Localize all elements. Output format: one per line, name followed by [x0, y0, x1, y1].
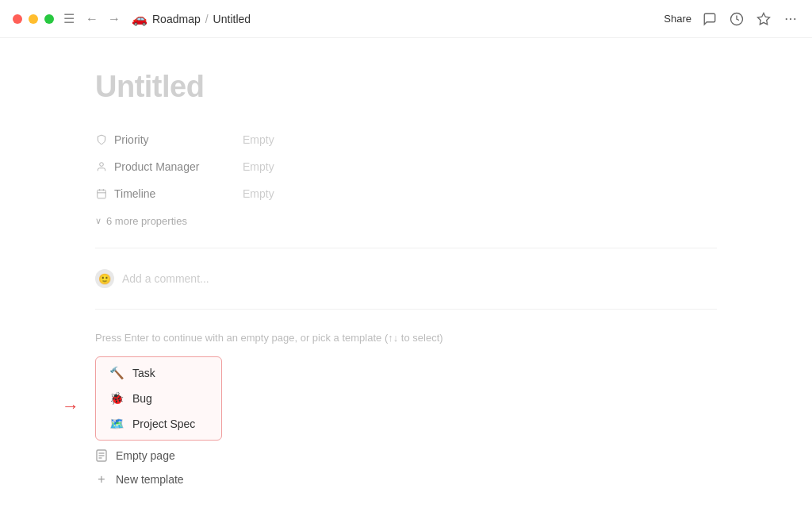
bug-label: Bug: [132, 392, 152, 405]
empty-page-icon: [95, 449, 108, 462]
divider-2: [95, 309, 717, 310]
empty-page-label: Empty page: [116, 449, 175, 462]
product-manager-value[interactable]: Empty: [243, 160, 274, 173]
template-item-bug[interactable]: 🐞 Bug: [96, 386, 221, 411]
minimize-button[interactable]: [29, 14, 38, 24]
main-content: Untitled Priority Empty: [0, 38, 812, 508]
page-title[interactable]: Untitled: [95, 70, 717, 104]
titlebar-actions: Share: [664, 10, 799, 28]
task-emoji: 🔨: [109, 366, 124, 380]
person-icon: [95, 161, 108, 172]
template-highlighted-box: 🔨 Task 🐞 Bug 🗺️ Project Spec: [95, 356, 222, 441]
back-button[interactable]: ←: [84, 10, 100, 28]
priority-value[interactable]: Empty: [243, 133, 274, 146]
new-template-item[interactable]: + New template: [95, 468, 717, 491]
svg-point-3: [790, 17, 791, 19]
template-section: → 🔨 Task 🐞 Bug 🗺️ Project Spec: [95, 356, 717, 491]
more-properties-toggle[interactable]: ∨ 6 more properties: [95, 210, 717, 232]
comment-area[interactable]: 🙂 Add a comment...: [95, 261, 717, 296]
svg-rect-6: [98, 190, 106, 198]
avatar: 🙂: [95, 269, 114, 288]
task-label: Task: [132, 367, 155, 379]
titlebar: ☰ ← → 🚗 Roadmap / Untitled Share: [0, 0, 812, 38]
star-icon-button[interactable]: [755, 10, 772, 28]
project-spec-label: Project Spec: [132, 418, 195, 430]
cursor-arrow: →: [62, 396, 79, 417]
shield-icon: [95, 134, 108, 145]
new-template-label: New template: [116, 473, 184, 486]
property-row-product-manager: Product Manager Empty: [95, 153, 717, 180]
breadcrumb-parent[interactable]: Roadmap: [152, 13, 201, 25]
property-row-timeline: Timeline Empty: [95, 180, 717, 207]
divider-1: [95, 248, 717, 248]
arrow-right-icon: →: [62, 396, 79, 417]
svg-marker-1: [758, 13, 770, 24]
property-row-priority: Priority Empty: [95, 126, 717, 153]
more-properties-label: 6 more properties: [106, 215, 187, 227]
template-item-project-spec[interactable]: 🗺️ Project Spec: [96, 411, 221, 437]
svg-point-4: [794, 17, 795, 19]
maximize-button[interactable]: [44, 14, 54, 24]
close-button[interactable]: [13, 14, 22, 24]
breadcrumb-separator: /: [205, 13, 209, 25]
timeline-value[interactable]: Empty: [243, 187, 274, 200]
share-button[interactable]: Share: [664, 13, 691, 25]
menu-icon[interactable]: ☰: [63, 11, 75, 26]
traffic-lights: [13, 14, 54, 24]
calendar-icon: [95, 188, 108, 199]
properties-section: Priority Empty Product Manager Empty: [95, 126, 717, 232]
more-options-button[interactable]: [782, 10, 799, 28]
plus-icon: +: [95, 473, 108, 486]
property-label-product-manager[interactable]: Product Manager: [95, 160, 230, 173]
forward-button[interactable]: →: [106, 10, 122, 28]
bug-emoji: 🐞: [109, 391, 124, 406]
template-hint: Press Enter to continue with an empty pa…: [95, 332, 717, 344]
product-manager-label: Product Manager: [114, 160, 199, 173]
timeline-label: Timeline: [114, 187, 155, 200]
svg-point-5: [100, 163, 104, 167]
comment-placeholder: Add a comment...: [122, 272, 209, 285]
project-spec-emoji: 🗺️: [109, 417, 124, 431]
breadcrumb-current: Untitled: [213, 13, 251, 25]
template-item-task[interactable]: 🔨 Task: [96, 360, 221, 386]
breadcrumb-emoji: 🚗: [132, 11, 147, 26]
comment-icon-button[interactable]: [701, 10, 718, 28]
svg-point-2: [786, 17, 787, 19]
property-label-priority[interactable]: Priority: [95, 133, 230, 146]
priority-label: Priority: [114, 133, 149, 146]
breadcrumb: 🚗 Roadmap / Untitled: [132, 11, 664, 26]
property-label-timeline[interactable]: Timeline: [95, 187, 230, 200]
history-icon-button[interactable]: [728, 10, 745, 28]
chevron-down-icon: ∨: [95, 216, 102, 226]
template-item-empty-page[interactable]: Empty page: [95, 444, 717, 468]
nav-arrows: ← →: [84, 10, 122, 28]
